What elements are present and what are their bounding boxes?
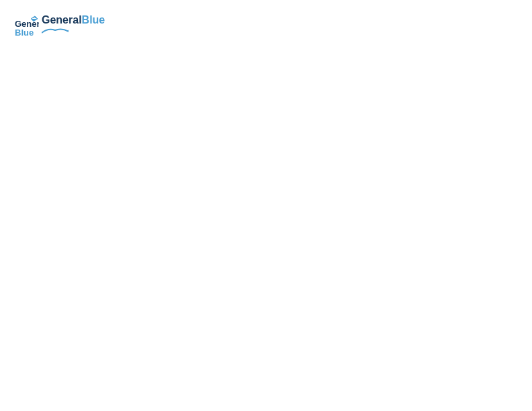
logo: General Blue GeneralBlue <box>13 13 105 39</box>
logo-line1: GeneralBlue <box>42 14 105 26</box>
logo-icon: General Blue <box>13 13 39 39</box>
svg-text:Blue: Blue <box>15 28 34 38</box>
header: General Blue GeneralBlue <box>13 13 519 39</box>
logo-bird-icon <box>42 26 69 36</box>
